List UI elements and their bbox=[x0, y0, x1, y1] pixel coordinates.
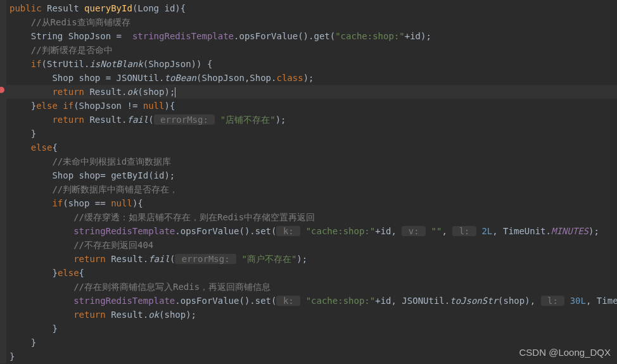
comment: //判断数据库中商铺是否存在， bbox=[52, 184, 178, 194]
param-hint: k: bbox=[276, 226, 300, 236]
code-area[interactable]: public Result queryById(Long id){ //从Red… bbox=[0, 0, 617, 363]
watermark: CSDN @Loong_DQX bbox=[519, 346, 611, 360]
comment: //未命中则根据id查询数据库 bbox=[52, 156, 171, 166]
method-name: queryById bbox=[84, 3, 132, 13]
param-hint: l: bbox=[452, 226, 476, 236]
string-literal: "cache:shop:" bbox=[335, 31, 405, 41]
comment: //判断缓存是否命中 bbox=[31, 45, 113, 55]
kw-public: public bbox=[10, 3, 42, 13]
comment: //从Redis查询商铺缓存 bbox=[31, 17, 130, 27]
gutter bbox=[0, 0, 6, 363]
param-hint: errorMsg: bbox=[154, 115, 215, 125]
comment: //存在则将商铺信息写入Redis，再返回商铺信息 bbox=[73, 282, 270, 292]
code-editor[interactable]: public Result queryById(Long id){ //从Red… bbox=[0, 0, 617, 363]
caret-icon bbox=[175, 87, 175, 97]
param-hint: l: bbox=[541, 296, 565, 306]
comment: //缓存穿透：如果店铺不存在，则在Redis中存储空置再返回 bbox=[73, 212, 315, 222]
param-hint: k: bbox=[276, 296, 300, 306]
param-hint: errorMsg: bbox=[175, 254, 236, 264]
param-hint: v: bbox=[402, 226, 426, 236]
field-ref: stringRedisTemplate bbox=[132, 31, 234, 41]
comment: //不存在则返回404 bbox=[73, 240, 153, 250]
